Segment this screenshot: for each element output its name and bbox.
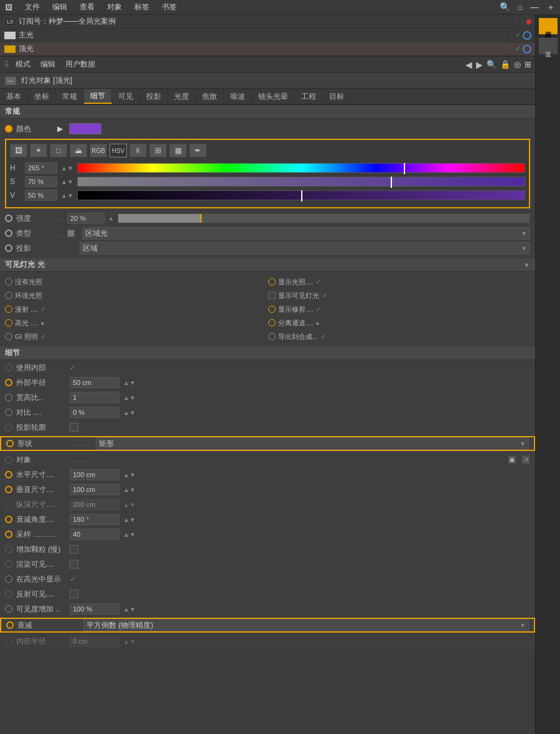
inner-radius-spinner[interactable]: ▲▼ — [123, 638, 136, 645]
tab-coord[interactable]: 坐标 — [28, 89, 56, 104]
menu-view[interactable]: 查看 — [77, 1, 97, 14]
shape-dropdown[interactable]: 矩形 ▼ — [96, 437, 529, 450]
object-row-1[interactable]: 主光 ⋮⋮ ✓ — [0, 29, 535, 42]
h-arrow[interactable]: ▲▼ — [61, 165, 73, 172]
add-icon[interactable]: ⊞ — [525, 60, 531, 69]
tab-visible[interactable]: 可见 — [112, 89, 140, 104]
cb-highlight[interactable] — [5, 319, 12, 327]
tab-basic[interactable]: 基本 — [0, 89, 28, 104]
visibility-add-radio[interactable] — [5, 605, 12, 613]
width-value[interactable]: 100 cm — [70, 469, 119, 480]
format-image-icon[interactable]: 🖼 — [10, 144, 27, 157]
cb-ambient[interactable] — [5, 292, 12, 299]
object-radio[interactable] — [5, 456, 12, 463]
s-value[interactable]: 70 % — [25, 176, 57, 187]
tab-detail[interactable]: 细节 — [84, 89, 112, 104]
h-value[interactable]: 265 ° — [25, 162, 57, 174]
menu-bookmark[interactable]: 书签 — [159, 1, 179, 14]
v-value[interactable]: 50 % — [25, 190, 57, 201]
object-icon1[interactable]: ▦ — [508, 455, 516, 464]
lock-icon[interactable]: 🔒 — [500, 60, 510, 69]
decay-radio[interactable] — [6, 621, 14, 629]
tab-regular[interactable]: 常规 — [56, 89, 84, 104]
toolbar-userdata[interactable]: 用户数据 — [62, 58, 99, 71]
format-sun-icon[interactable]: ✴ — [30, 144, 47, 157]
render-visible-checkbox[interactable] — [70, 560, 78, 569]
cb-export-comp[interactable] — [268, 333, 276, 340]
use-inner-radio[interactable] — [5, 364, 12, 371]
render-visible-radio[interactable] — [5, 560, 12, 568]
height-value[interactable]: 100 cm — [70, 484, 119, 495]
contrast-radio[interactable] — [5, 409, 12, 416]
cb-show-visible[interactable] — [268, 292, 276, 299]
minus-icon[interactable]: — — [528, 1, 541, 14]
intensity-bar[interactable] — [118, 213, 530, 223]
shadow-dropdown[interactable]: 区域 ▼ — [80, 242, 530, 254]
color-triangle[interactable]: ▶ — [57, 124, 63, 133]
cb-no-light[interactable] — [5, 278, 12, 286]
falloff-angle-radio[interactable] — [5, 516, 12, 523]
menu-file[interactable]: 文件 — [22, 1, 42, 14]
depth-spinner[interactable]: ▲▼ — [123, 501, 136, 508]
visibility-add-value[interactable]: 100 % — [70, 603, 119, 615]
s-arrow[interactable]: ▲▼ — [61, 179, 73, 185]
cb-diffuse[interactable] — [5, 305, 12, 313]
format-grid2-icon[interactable]: ▦ — [169, 144, 187, 157]
tab-photometric[interactable]: 光度 — [168, 89, 196, 104]
aspect-ratio-value[interactable]: 1 — [70, 392, 119, 403]
depth-radio[interactable] — [5, 501, 12, 508]
v-arrow[interactable]: ▲▼ — [61, 192, 73, 199]
format-grid1-icon[interactable]: ⊞ — [149, 144, 167, 157]
shadow-radio[interactable] — [5, 244, 12, 252]
color-swatch[interactable] — [69, 123, 101, 134]
v-gradient-bar[interactable] — [77, 190, 525, 200]
cb-separate-channel[interactable] — [268, 319, 276, 327]
inner-radius-value[interactable]: 0 cm — [70, 636, 119, 647]
nav-left-icon[interactable]: ◀ — [465, 60, 472, 70]
outer-radius-value[interactable]: 50 cm — [70, 377, 119, 388]
contrast-value[interactable]: 0 % — [70, 407, 119, 418]
add-grain-radio[interactable] — [5, 546, 12, 553]
format-k-btn[interactable]: K — [129, 144, 147, 157]
cb-gi[interactable] — [5, 333, 12, 340]
type-radio[interactable] — [5, 230, 12, 237]
intensity-radio[interactable] — [5, 215, 12, 222]
depth-value[interactable]: 200 cm — [70, 499, 119, 510]
type-checkbox[interactable] — [67, 230, 75, 237]
format-pen-icon[interactable]: ✒ — [189, 144, 207, 157]
falloff-angle-value[interactable]: 180 ° — [70, 514, 119, 525]
object-row-2[interactable]: 顶光 ⋮⋮ ✓ — [0, 42, 535, 56]
format-square-icon[interactable]: □ — [50, 144, 67, 157]
shape-radio[interactable] — [6, 440, 14, 447]
plus-icon[interactable]: ＋ — [544, 1, 558, 14]
intensity-value[interactable]: 20 % — [67, 213, 105, 224]
samples-value[interactable]: 40 — [70, 529, 119, 540]
show-highlight-radio[interactable] — [5, 575, 12, 583]
cb-show-light[interactable] — [268, 278, 276, 286]
add-grain-checkbox[interactable] — [70, 545, 78, 554]
aspect-ratio-radio[interactable] — [5, 394, 12, 401]
format-rgb-btn[interactable]: RGB — [90, 144, 107, 157]
menu-tag[interactable]: 标签 — [132, 1, 152, 14]
cb-show-clipping[interactable] — [268, 305, 276, 313]
sidebar-btn-arc[interactable]: 弧 — [538, 37, 558, 55]
h-gradient-bar[interactable] — [77, 163, 525, 173]
visibility-add-spinner[interactable]: ▲▼ — [123, 606, 136, 613]
reflect-visible-checkbox[interactable] — [70, 590, 78, 598]
samples-spinner[interactable]: ▲▼ — [123, 531, 136, 538]
eye-icon[interactable]: ◎ — [514, 60, 521, 69]
visible-dropdown-arrow[interactable]: ▼ — [523, 261, 530, 269]
aspect-ratio-spinner[interactable]: ▲▼ — [123, 394, 136, 401]
height-spinner[interactable]: ▲▼ — [123, 486, 136, 493]
width-spinner[interactable]: ▲▼ — [123, 472, 136, 478]
menu-object[interactable]: 对象 — [105, 1, 124, 14]
menu-edit[interactable]: 编辑 — [50, 1, 70, 14]
home-icon[interactable]: ⌂ — [515, 1, 525, 14]
shadow-outline-radio[interactable] — [5, 424, 12, 431]
toolbar-mode[interactable]: 模式 — [12, 58, 34, 71]
width-radio[interactable] — [5, 471, 12, 478]
decay-dropdown[interactable]: 平方倒数 (物理精度) ▼ — [83, 619, 529, 631]
zoom-icon[interactable]: 🔍 — [487, 60, 497, 69]
shadow-outline-checkbox[interactable] — [70, 423, 78, 432]
inner-radius-radio[interactable] — [5, 638, 12, 645]
